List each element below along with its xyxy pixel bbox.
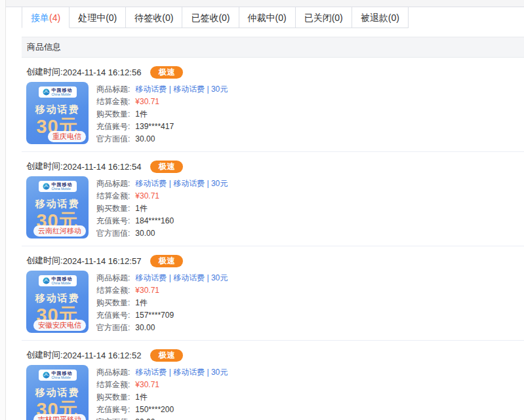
order-card: 创建时间:2024-11-14 16:12:54 极速 中国移动 [22, 152, 524, 246]
created-time: 2024-11-14 16:12:52 [63, 351, 142, 360]
region-tag: 重庆电信 [48, 131, 86, 142]
title-label: 商品标题: [96, 272, 130, 284]
created-time: 2024-11-14 16:12:57 [63, 256, 142, 266]
tab-processing[interactable]: 处理中(0) [69, 7, 126, 28]
product-name: 移动话费 [26, 387, 89, 399]
product-title-link[interactable]: 移动话费 | 移动话费 | 30元 [135, 272, 228, 284]
tab-arbitration[interactable]: 仲裁中(0) [239, 7, 296, 28]
detail-row-title: 商品标题: 移动话费 | 移动话费 | 30元 [96, 272, 228, 284]
face-value: 30.00 [135, 133, 155, 145]
tab-count: (0) [218, 12, 230, 23]
product-image[interactable]: 中国移动 China Mobile 移动话费 30元 安徽安庆电信 [26, 271, 89, 333]
panel-header: 商品信息 [22, 37, 524, 58]
speed-badge: 极速 [150, 349, 183, 362]
face-label: 官方面值: [96, 133, 130, 145]
tab-signed[interactable]: 已签收(0) [182, 7, 239, 28]
settlement-amount: ¥30.71 [135, 190, 159, 202]
qty-label: 购买数量: [96, 108, 130, 121]
tab-count: (0) [388, 12, 399, 23]
orders-panel: 商品信息 创建时间:2024-11-14 16:12:56 极速 [22, 37, 524, 420]
detail-row-qty: 购买数量: 1件 [96, 297, 228, 309]
order-card-body: 中国移动 China Mobile 移动话费 30元 云南红河移动 商品标题: … [26, 176, 524, 240]
operator-name-en: China Mobile [52, 187, 73, 191]
china-mobile-logo-text: 中国移动 China Mobile [52, 371, 73, 379]
title-label: 商品标题: [96, 83, 130, 96]
tab-label: 待签收 [134, 12, 162, 23]
tab-label: 仲裁中 [248, 12, 275, 23]
tab-closed[interactable]: 已关闭(0) [295, 7, 352, 28]
account-label: 充值账号: [96, 121, 130, 133]
detail-row-account: 充值账号: 157****709 [96, 309, 228, 322]
face-value: 30.00 [135, 227, 155, 240]
china-mobile-logo-text: 中国移动 China Mobile [52, 277, 73, 285]
tab-pending-receipt[interactable]: 待签收(0) [125, 7, 182, 28]
order-card-body: 中国移动 China Mobile 移动话费 30元 吉林四平移动 商品标题: … [26, 365, 524, 420]
order-created-row: 创建时间:2024-11-14 16:12:52 极速 [26, 349, 524, 362]
detail-row-account: 充值账号: 150****200 [96, 404, 228, 416]
detail-row-title: 商品标题: 移动话费 | 移动话费 | 30元 [96, 178, 228, 190]
order-card: 创建时间:2024-11-14 16:12:56 极速 中国移动 [22, 58, 524, 152]
order-created-row: 创建时间:2024-11-14 16:12:56 极速 [26, 66, 524, 79]
order-created-row: 创建时间:2024-11-14 16:12:57 极速 [26, 254, 524, 267]
order-card: 创建时间:2024-11-14 16:12:57 极速 中国移动 [22, 246, 524, 341]
tab-count: (4) [49, 12, 60, 23]
purchase-qty: 1件 [135, 202, 148, 215]
created-label: 创建时间: [26, 66, 63, 78]
product-image[interactable]: 中国移动 China Mobile 移动话费 30元 重庆电信 [26, 82, 89, 144]
left-gutter [0, 0, 5, 420]
product-title-link[interactable]: 移动话费 | 移动话费 | 30元 [135, 83, 228, 96]
detail-row-account: 充值账号: 184****160 [96, 215, 228, 227]
china-mobile-logo-text: 中国移动 China Mobile [52, 88, 73, 96]
china-mobile-logo-icon [43, 277, 50, 284]
tab-count: (0) [275, 12, 287, 23]
settlement-amount: ¥30.71 [135, 96, 159, 108]
qty-label: 购买数量: [96, 202, 130, 215]
created-label: 创建时间: [26, 349, 63, 361]
amount-label: 结算金额: [96, 284, 130, 297]
recharge-account: 184****160 [135, 215, 174, 227]
detail-row-amount: 结算金额: ¥30.71 [96, 284, 228, 297]
china-mobile-logo: 中国移动 China Mobile [39, 86, 77, 98]
left-divider-line [5, 0, 6, 420]
product-image[interactable]: 中国移动 China Mobile 移动话费 30元 吉林四平移动 [26, 365, 89, 420]
tab-count: (0) [106, 12, 117, 23]
product-image[interactable]: 中国移动 China Mobile 移动话费 30元 云南红河移动 [26, 176, 89, 239]
speed-badge: 极速 [150, 255, 183, 267]
created-time: 2024-11-14 16:12:54 [63, 162, 142, 172]
tab-receive-orders[interactable]: 接单(4) [22, 7, 70, 28]
detail-row-amount: 结算金额: ¥30.71 [96, 190, 228, 202]
order-details: 商品标题: 移动话费 | 移动话费 | 30元 结算金额: ¥30.71 购买数… [96, 178, 228, 240]
product-title-link[interactable]: 移动话费 | 移动话费 | 30元 [135, 366, 228, 379]
purchase-qty: 1件 [135, 108, 148, 121]
amount-label: 结算金额: [96, 96, 130, 108]
product-name: 移动话费 [26, 198, 89, 210]
created-label: 创建时间: [26, 255, 63, 267]
tab-label: 处理中 [78, 12, 106, 23]
title-label: 商品标题: [96, 366, 130, 379]
order-card-list: 创建时间:2024-11-14 16:12:56 极速 中国移动 [22, 58, 524, 420]
account-label: 充值账号: [96, 404, 130, 416]
face-label: 官方面值: [96, 322, 130, 334]
detail-row-face: 官方面值: 30.00 [96, 133, 228, 145]
tab-label: 已签收 [191, 12, 218, 23]
product-title-link[interactable]: 移动话费 | 移动话费 | 30元 [135, 178, 228, 190]
tab-label: 已关闭 [304, 12, 332, 23]
tab-label: 被退款 [361, 12, 388, 23]
detail-row-title: 商品标题: 移动话费 | 移动话费 | 30元 [96, 83, 228, 96]
detail-row-face: 官方面值: 30.00 [96, 227, 228, 240]
purchase-qty: 1件 [135, 297, 148, 309]
tab-refunded[interactable]: 被退款(0) [352, 7, 409, 28]
created-time: 2024-11-14 16:12:56 [63, 67, 142, 77]
purchase-qty: 1件 [135, 391, 148, 404]
recharge-account: 157****709 [135, 309, 174, 322]
top-strip [6, 0, 524, 7]
china-mobile-logo: 中国移动 China Mobile [39, 181, 77, 192]
order-details: 商品标题: 移动话费 | 移动话费 | 30元 结算金额: ¥30.71 购买数… [96, 366, 228, 420]
detail-row-amount: 结算金额: ¥30.71 [96, 379, 228, 391]
region-tag: 云南红河移动 [33, 225, 86, 237]
detail-row-qty: 购买数量: 1件 [96, 202, 228, 215]
china-mobile-logo-icon [43, 372, 50, 379]
product-name: 移动话费 [26, 104, 89, 116]
account-label: 充值账号: [96, 215, 130, 227]
speed-badge: 极速 [150, 66, 183, 79]
